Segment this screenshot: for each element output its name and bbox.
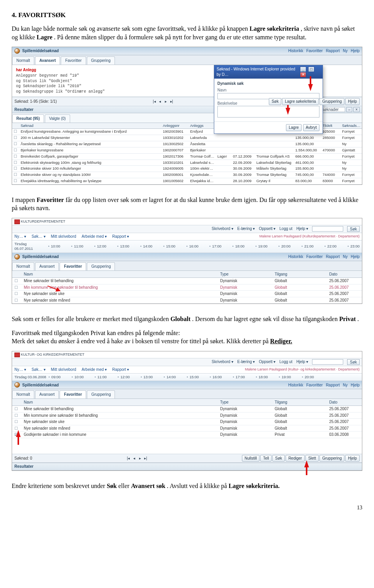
top-link-hjelp[interactable]: Hjelp: [351, 383, 360, 388]
pager-nav[interactable]: |◂ ◂ ▸ ▸|: [152, 99, 174, 104]
col-header[interactable]: Anleggs: [189, 123, 216, 129]
count-button[interactable]: Tell: [260, 455, 272, 462]
row-checkbox[interactable]: [12, 406, 21, 412]
menu-skrivebord[interactable]: Mitt skrivebord: [51, 367, 76, 372]
col-header[interactable]: Tilgang: [272, 399, 327, 406]
row-checkbox[interactable]: [12, 129, 19, 135]
top-link-ny[interactable]: Ny: [343, 383, 348, 388]
menu-arbeide[interactable]: Arbeide med ▾: [82, 234, 107, 239]
row-checkbox[interactable]: [12, 291, 21, 297]
favorite-row[interactable]: Nye søknader siste ukeDynamiskGlobalt25.…: [12, 291, 362, 297]
menu-sok[interactable]: Søk… ▾: [32, 367, 46, 372]
menu-skrivebord[interactable]: Mitt skrivebord: [51, 234, 76, 239]
top-link-ny[interactable]: Ny: [343, 48, 348, 54]
tab-favoritter[interactable]: Favoritter: [60, 390, 86, 398]
row-checkbox[interactable]: [12, 178, 19, 184]
top-link-hjelp[interactable]: Hjelp: [351, 254, 360, 260]
input-beskrivelse[interactable]: [217, 106, 319, 118]
minimize-icon[interactable]: –: [346, 107, 353, 112]
fav-name[interactable]: Nye søknader siste uke: [21, 291, 218, 297]
favorite-row[interactable]: Nye søknader siste månedDynamiskGlobalt2…: [12, 297, 362, 304]
top-link-historikk[interactable]: Historikk: [288, 383, 303, 388]
tab-normalt[interactable]: Normalt: [12, 56, 34, 65]
col-header[interactable]: Søknadstype: [340, 123, 362, 129]
tab-favoritter[interactable]: Favoritter: [60, 262, 86, 270]
pager-nav[interactable]: |◂ ◂ ▸ ▸|: [126, 456, 148, 461]
help-button[interactable]: Hjelp: [345, 455, 360, 462]
col-header[interactable]: [12, 271, 21, 278]
favorite-row[interactable]: Godkjente søknader i min kommuneDynamisk…: [12, 432, 362, 438]
favorite-row[interactable]: Min kommune sine søknader til behandling…: [12, 284, 362, 291]
close-icon[interactable]: ×: [300, 72, 306, 77]
tab-avansert[interactable]: Avansert: [35, 56, 60, 65]
search-input[interactable]: [312, 359, 343, 365]
top-link-historikk[interactable]: Historikk: [288, 254, 303, 260]
tab-gruppering[interactable]: Gruppering: [87, 56, 115, 65]
top-link-rapport[interactable]: Rapport: [326, 383, 340, 388]
menu-ny[interactable]: Ny… ▾: [14, 234, 26, 239]
last-page-icon[interactable]: ▸|: [169, 99, 174, 104]
menu-skrivebord[interactable]: Skrivebord ▾: [212, 359, 233, 365]
row-checkbox[interactable]: [12, 141, 19, 147]
table-row[interactable]: Elektronisk skyteanlegg 100m ,stang og f…: [12, 160, 362, 166]
tab-gruppering[interactable]: Gruppering: [87, 390, 115, 398]
first-page-icon[interactable]: |◂: [152, 99, 157, 104]
top-link-favoritter[interactable]: Favoritter: [306, 383, 323, 388]
table-row[interactable]: Elektroniske skiver 100 m/kulefanger1924…: [12, 166, 362, 172]
col-header[interactable]: Type: [218, 271, 272, 278]
search-button[interactable]: Søk: [347, 226, 360, 232]
table-row[interactable]: Elvejakka idrettsanlegg, rehabilitering …: [12, 178, 362, 184]
menu-skrivebord[interactable]: Skrivebord ▾: [212, 226, 233, 232]
col-header[interactable]: Type: [218, 399, 272, 406]
tab-valgte[interactable]: Valgte (0): [45, 114, 70, 123]
row-checkbox[interactable]: [12, 160, 19, 166]
row-checkbox[interactable]: [12, 172, 19, 178]
table-row[interactable]: Åsesletta skianlegg - Rehablitering av l…: [12, 141, 362, 147]
next-page-icon[interactable]: ▸: [164, 99, 168, 104]
table-row[interactable]: 200 m Lakselvdal Skytesenter1933010202La…: [12, 135, 362, 141]
menu-elaering[interactable]: E-læring ▾: [237, 359, 255, 365]
menu-oppsett[interactable]: Oppsett ▾: [259, 226, 275, 232]
last-page-icon[interactable]: ▸|: [143, 456, 148, 461]
col-header[interactable]: Anleggsnr: [161, 123, 189, 129]
fav-name[interactable]: Godkjente søknader i min kommune: [21, 432, 218, 438]
favorite-row[interactable]: Nye søknader siste ukeDynamiskGlobalt25.…: [12, 419, 362, 425]
next-page-icon[interactable]: ▸: [138, 456, 142, 461]
menu-loggut[interactable]: Logg ut: [279, 359, 292, 365]
dialog-cancel-button[interactable]: Avbryt: [303, 124, 319, 131]
fav-name[interactable]: Mine søknader til behandling: [21, 406, 218, 412]
col-header[interactable]: Søknad: [19, 123, 161, 129]
row-checkbox[interactable]: [12, 412, 21, 419]
reset-button[interactable]: Nullstill: [242, 455, 260, 462]
menu-arbeide[interactable]: Arbeide med ▾: [82, 367, 107, 372]
menu-ny[interactable]: Ny… ▾: [14, 367, 26, 372]
table-row[interactable]: Breivikeidet Golfpark, garasje/lager1902…: [12, 153, 362, 160]
menu-rapport[interactable]: Rapport ▾: [112, 367, 129, 372]
favorite-row[interactable]: Nye søknader siste månedDynamiskGlobalt2…: [12, 425, 362, 432]
save-criteria-button[interactable]: Lagre søkekriteria: [282, 98, 319, 105]
fav-name[interactable]: Mine søknader til behandling: [21, 278, 218, 284]
row-checkbox[interactable]: [12, 153, 19, 160]
col-header[interactable]: Tildelt: [321, 123, 340, 129]
first-page-icon[interactable]: |◂: [126, 456, 131, 461]
fav-name[interactable]: Nye søknader siste måned: [21, 297, 218, 304]
menu-loggut[interactable]: Logg ut: [279, 226, 292, 232]
row-checkbox[interactable]: [12, 419, 21, 425]
tab-normalt[interactable]: Normalt: [12, 262, 34, 270]
top-link-ny[interactable]: Ny: [343, 254, 348, 260]
col-header[interactable]: [12, 399, 21, 406]
col-header[interactable]: Dato: [327, 271, 362, 278]
top-link-rapport[interactable]: Rapport: [326, 254, 340, 260]
prev-page-icon[interactable]: ◂: [132, 456, 136, 461]
close-icon[interactable]: ×: [353, 107, 360, 112]
menu-elaering[interactable]: E-læring ▾: [237, 226, 255, 232]
tab-favoritter[interactable]: Favoritter: [61, 56, 86, 65]
search-button[interactable]: Søk: [347, 359, 360, 365]
top-link-hjelp[interactable]: Hjelp: [351, 48, 360, 54]
tab-gruppering[interactable]: Gruppering: [87, 262, 115, 270]
row-checkbox[interactable]: [12, 284, 21, 291]
search-input[interactable]: [312, 226, 343, 232]
menu-hjelp[interactable]: Hjelp ▾: [296, 226, 309, 232]
col-header[interactable]: Navn: [21, 271, 218, 278]
favorite-row[interactable]: Mine søknader til behandlingDynamiskGlob…: [12, 278, 362, 284]
